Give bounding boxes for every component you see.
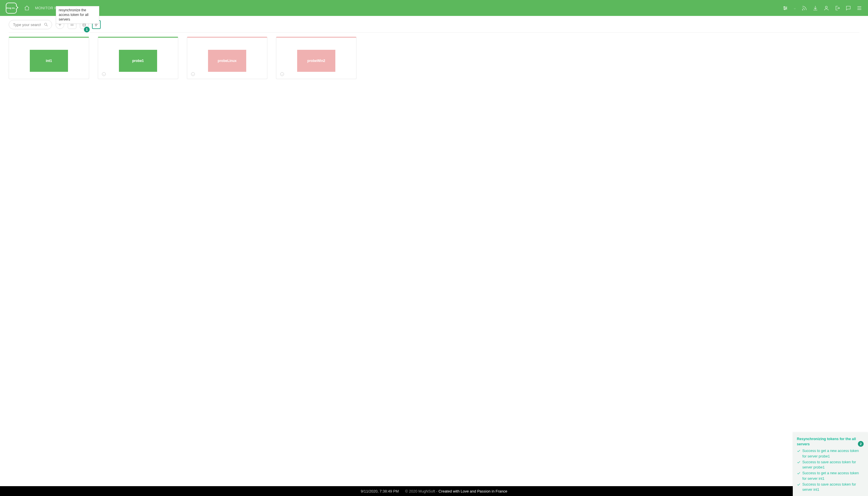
server-tile: probeWin2	[297, 50, 335, 72]
svg-point-3	[802, 9, 803, 10]
search-box[interactable]	[9, 20, 52, 29]
server-card-int1[interactable]: int1	[9, 37, 89, 79]
chat-icon[interactable]	[846, 5, 851, 11]
footer: 9/11/2020, 7:38:49 PM © 2020 MugNSoft - …	[0, 486, 868, 496]
toast-line: Success to get a new access token for se…	[797, 448, 864, 459]
info-icon[interactable]	[191, 72, 195, 76]
brand-logo-text: mug soft	[6, 7, 16, 9]
user-icon[interactable]	[823, 5, 829, 11]
rss-icon[interactable]	[801, 5, 807, 11]
download-icon[interactable]	[813, 5, 818, 11]
footer-credit: Created with Love and Passion in France	[438, 489, 507, 493]
annotation-badge-2: 2	[858, 441, 864, 447]
footer-copyright: © 2020 MugNSoft -	[405, 489, 438, 493]
info-icon[interactable]	[101, 72, 106, 76]
server-card-probe1[interactable]: probe1	[98, 37, 178, 79]
toast-line-text: Success to save access token for server …	[802, 482, 864, 493]
check-icon	[797, 483, 801, 486]
resync-tooltip: resynchronize the access token for all s…	[56, 6, 99, 24]
info-icon[interactable]	[280, 72, 285, 76]
annotation-badge-1: 1	[84, 27, 90, 32]
toolbar	[0, 16, 868, 32]
search-icon	[44, 22, 48, 27]
settings-sliders-icon[interactable]	[782, 5, 788, 11]
toast-line: Success to save access token for server …	[797, 482, 864, 493]
toast-line: Success to save access token for server …	[797, 460, 864, 470]
server-card-probeWin2[interactable]: probeWin2	[276, 37, 356, 79]
server-cards-grid: int1probe1probeLinuxprobeWin2	[0, 33, 868, 83]
brand-logo[interactable]: mug soft	[6, 3, 17, 14]
server-tile: probeLinux	[208, 50, 246, 72]
app-header: mug soft MONITOR HEALTH resynchronize th…	[0, 0, 868, 16]
svg-point-5	[45, 23, 47, 26]
dropdown-caret-icon[interactable]	[793, 7, 796, 10]
hamburger-menu-icon[interactable]	[856, 5, 862, 11]
server-tile: int1	[30, 50, 68, 72]
server-tile: probe1	[119, 50, 157, 72]
search-input[interactable]	[13, 22, 42, 27]
home-icon[interactable]	[24, 5, 30, 11]
toast-notification: Resynchronizing tokens for the all serve…	[793, 432, 868, 496]
toast-line-text: Success to save access token for server …	[802, 460, 864, 470]
toast-line-text: Success to get a new access token for se…	[802, 470, 864, 482]
svg-point-4	[825, 6, 827, 8]
toast-title: Resynchronizing tokens for the all serve…	[797, 436, 864, 447]
footer-timestamp: 9/11/2020, 7:38:49 PM	[361, 489, 399, 493]
server-card-probeLinux[interactable]: probeLinux	[187, 37, 267, 79]
check-icon	[797, 471, 801, 475]
check-icon	[797, 460, 801, 464]
toast-line-text: Success to get a new access token for se…	[802, 448, 864, 459]
check-icon	[797, 449, 801, 453]
header-actions	[782, 5, 862, 11]
toast-line: Success to get a new access token for se…	[797, 470, 864, 482]
logout-icon[interactable]	[834, 5, 840, 11]
